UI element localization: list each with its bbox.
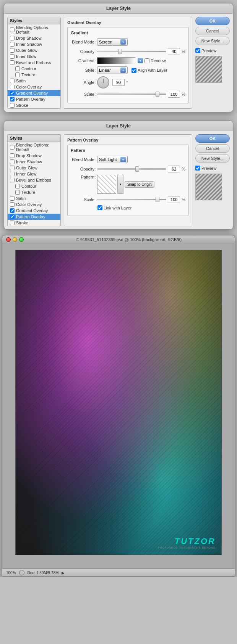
styles-blending-options-1[interactable]: Blending Options: Default xyxy=(8,24,60,35)
styles-stroke-checkbox-2[interactable] xyxy=(10,221,15,225)
styles-inner-shadow-checkbox-1[interactable] xyxy=(10,42,15,47)
styles-texture-checkbox-2[interactable] xyxy=(15,190,20,195)
styles-outer-glow-checkbox-2[interactable] xyxy=(10,166,15,170)
group-title-2: Pattern xyxy=(71,148,185,153)
style-row-1: Style: Linear ▼ Align with Layer xyxy=(71,66,185,74)
opacity-slider-thumb-1[interactable] xyxy=(118,49,122,54)
styles-inner-shadow-1[interactable]: Inner Shadow xyxy=(8,41,60,47)
cancel-button-1[interactable]: Cancel xyxy=(195,27,230,35)
styles-outer-glow-1[interactable]: Outer Glow xyxy=(8,47,60,53)
styles-drop-shadow-checkbox-1[interactable] xyxy=(10,36,15,40)
opacity-slider-track-1[interactable] xyxy=(97,51,166,52)
ok-button-2[interactable]: OK xyxy=(195,134,230,143)
scale-unit-2: % xyxy=(182,197,185,202)
opacity-value-2[interactable]: 62 xyxy=(168,166,180,172)
reverse-label-1[interactable]: Reverse xyxy=(144,58,166,63)
reverse-checkbox-1[interactable] xyxy=(144,58,149,63)
styles-inner-glow-2[interactable]: Inner Glow xyxy=(8,171,60,177)
styles-contour-checkbox-2[interactable] xyxy=(15,184,20,188)
preview-checkbox-2[interactable] xyxy=(195,166,200,171)
style-select-1[interactable]: Linear ▼ xyxy=(97,66,128,74)
styles-texture-checkbox-1[interactable] xyxy=(15,72,20,77)
styles-satin-checkbox-1[interactable] xyxy=(10,79,15,83)
opacity-slider-track-2[interactable] xyxy=(97,168,166,170)
scale-slider-track-1[interactable] xyxy=(97,93,166,95)
styles-outer-glow-2[interactable]: Outer Glow xyxy=(8,165,60,171)
styles-inner-glow-1[interactable]: Inner Glow xyxy=(8,53,60,60)
styles-bevel-emboss-checkbox-1[interactable] xyxy=(10,60,15,65)
styles-stroke-1[interactable]: Stroke xyxy=(8,102,60,108)
styles-color-overlay-checkbox-2[interactable] xyxy=(10,202,15,207)
styles-texture-1[interactable]: Texture xyxy=(8,72,60,78)
styles-stroke-checkbox-1[interactable] xyxy=(10,103,15,108)
styles-pattern-overlay-2[interactable]: Pattern Overlay xyxy=(8,214,60,220)
scale-value-1[interactable]: 100 xyxy=(168,91,180,98)
styles-drop-shadow-1[interactable]: Drop Shadow xyxy=(8,35,60,41)
gradient-swatch-1[interactable] xyxy=(97,57,135,64)
maximize-button[interactable] xyxy=(19,237,24,242)
canvas-background xyxy=(16,250,221,555)
styles-gradient-overlay-1[interactable]: Gradient Overlay xyxy=(8,90,60,96)
styles-drop-shadow-2[interactable]: Drop Shadow xyxy=(8,153,60,159)
cancel-button-2[interactable]: Cancel xyxy=(195,144,230,153)
pattern-swatch[interactable] xyxy=(97,175,116,194)
styles-satin-1[interactable]: Satin xyxy=(8,78,60,84)
styles-blending-options-2[interactable]: Blending Options: Default xyxy=(8,142,60,153)
gradient-label-1: Gradient: xyxy=(71,58,96,63)
close-button[interactable] xyxy=(6,237,11,242)
preview-checkbox-1[interactable] xyxy=(195,48,200,53)
pattern-dropdown-btn[interactable]: ▼ xyxy=(117,175,123,194)
styles-contour-1[interactable]: Contour xyxy=(8,66,60,72)
styles-pattern-overlay-checkbox-1[interactable] xyxy=(10,97,15,101)
gradient-dropdown-arrow-1[interactable]: ▼ xyxy=(138,58,143,63)
styles-inner-glow-checkbox-1[interactable] xyxy=(10,54,15,59)
new-style-button-2[interactable]: New Style... xyxy=(195,154,230,163)
styles-color-overlay-2[interactable]: Color Overlay xyxy=(8,201,60,208)
styles-texture-2[interactable]: Texture xyxy=(8,189,60,195)
blend-mode-arrow-2: ▼ xyxy=(120,157,126,162)
blend-mode-select-1[interactable]: Screen ▼ xyxy=(97,38,128,46)
opacity-value-1[interactable]: 40 xyxy=(168,48,180,55)
scale-slider-thumb-2[interactable] xyxy=(156,197,159,202)
styles-pattern-overlay-1[interactable]: Pattern Overlay xyxy=(8,96,60,102)
align-with-layer-checkbox-1[interactable] xyxy=(131,68,136,73)
link-with-layer-label[interactable]: Link with Layer xyxy=(97,205,131,210)
opacity-slider-thumb-2[interactable] xyxy=(135,166,139,172)
styles-stroke-2[interactable]: Stroke xyxy=(8,220,60,226)
styles-bevel-emboss-2[interactable]: Bevel and Emboss xyxy=(8,177,60,183)
styles-blending-options-checkbox-2[interactable] xyxy=(10,145,15,150)
styles-color-overlay-1[interactable]: Color Overlay xyxy=(8,84,60,90)
styles-gradient-overlay-2[interactable]: Gradient Overlay xyxy=(8,208,60,214)
styles-bevel-emboss-1[interactable]: Bevel and Emboss xyxy=(8,60,60,66)
styles-panel-title-1: Styles xyxy=(8,17,60,24)
styles-gradient-overlay-checkbox-2[interactable] xyxy=(10,208,15,213)
styles-inner-shadow-checkbox-2[interactable] xyxy=(10,159,15,164)
align-with-layer-label-1[interactable]: Align with Layer xyxy=(131,68,167,73)
ok-button-1[interactable]: OK xyxy=(195,17,230,25)
styles-outer-glow-checkbox-1[interactable] xyxy=(10,48,15,53)
styles-blending-options-checkbox-1[interactable] xyxy=(10,27,15,32)
scale-value-2[interactable]: 100 xyxy=(168,196,180,203)
styles-inner-glow-checkbox-2[interactable] xyxy=(10,172,15,176)
blend-mode-select-2[interactable]: Soft Light ▼ xyxy=(97,156,128,163)
styles-satin-checkbox-2[interactable] xyxy=(10,196,15,201)
scale-slider-track-2[interactable] xyxy=(97,199,166,200)
styles-satin-2[interactable]: Satin xyxy=(8,195,60,201)
styles-gradient-overlay-checkbox-1[interactable] xyxy=(10,91,15,95)
scale-slider-thumb-1[interactable] xyxy=(156,92,159,97)
zoom-icon[interactable] xyxy=(19,570,24,575)
styles-contour-2[interactable]: Contour xyxy=(8,183,60,189)
new-style-button-1[interactable]: New Style... xyxy=(195,37,230,45)
ps-canvas: TUTZOR PHOTOSHOP TUTORIALS & BEYOND xyxy=(15,250,222,555)
styles-bevel-emboss-checkbox-2[interactable] xyxy=(10,178,15,182)
angle-dial-1[interactable] xyxy=(97,76,109,89)
snap-to-origin-button[interactable]: Snap to Origin xyxy=(125,181,154,188)
styles-color-overlay-checkbox-1[interactable] xyxy=(10,85,15,89)
styles-drop-shadow-checkbox-2[interactable] xyxy=(10,153,15,158)
styles-contour-checkbox-1[interactable] xyxy=(15,66,20,71)
angle-value-1[interactable]: 90 xyxy=(112,79,125,86)
link-with-layer-checkbox[interactable] xyxy=(97,205,102,210)
styles-inner-shadow-2[interactable]: Inner Shadow xyxy=(8,159,60,165)
minimize-button[interactable] xyxy=(13,237,17,242)
styles-pattern-overlay-checkbox-2[interactable] xyxy=(10,214,15,219)
